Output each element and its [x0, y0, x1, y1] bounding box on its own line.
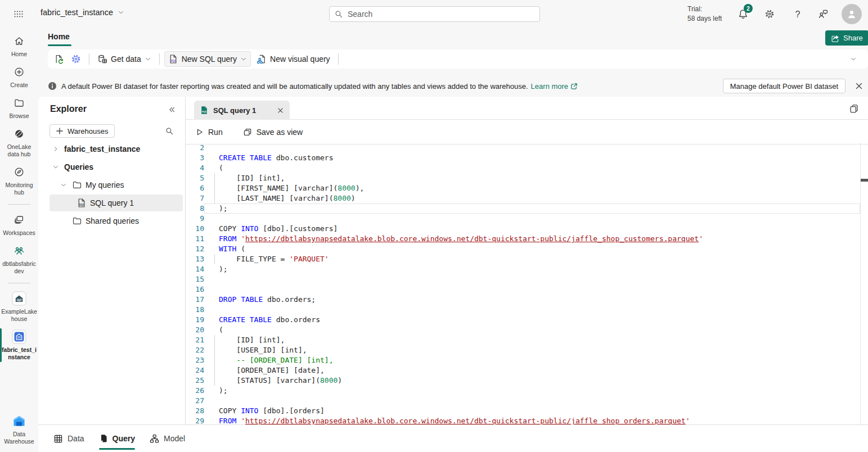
code-line-26[interactable]: 26); [186, 386, 868, 396]
get-data-button[interactable]: Get data [94, 52, 155, 66]
tree-item-shared-queries[interactable]: Shared queries [50, 213, 183, 229]
tree-item-my-queries[interactable]: My queries [50, 177, 183, 193]
tree-item-sql-query-1[interactable]: SQLSQL query 1 [50, 195, 183, 211]
rail-item-fabric-test-instance[interactable]: fabric_test_instance [0, 329, 38, 361]
settings-icon[interactable] [764, 8, 775, 20]
global-search [329, 6, 540, 22]
rail-item-workspaces[interactable]: Workspaces [0, 213, 38, 237]
code-line-18[interactable]: 18 [186, 305, 868, 315]
new-visual-query-button[interactable]: New visual query [253, 52, 334, 66]
warehouse-tile-icon [12, 329, 26, 344]
chevron-down-icon [118, 9, 124, 16]
add-warehouses-button[interactable]: Warehouses [50, 124, 115, 138]
view-tab-data[interactable]: Data [53, 425, 84, 452]
code-line-16[interactable]: 16 [186, 284, 868, 295]
code-line-text [204, 214, 860, 224]
code-line-15[interactable]: 15 [186, 274, 868, 284]
code-line-text: COPY INTO [dbo].[customers] [204, 224, 860, 234]
ribbon-tab-home[interactable]: Home [48, 32, 70, 41]
code-line-17[interactable]: 17DROP TABLE dbo.orders; [186, 295, 868, 305]
ribbon-toolbar: Get data SQL New SQL query New visual qu… [48, 49, 868, 69]
code-line-21[interactable]: 21 [ID] [int], [186, 335, 868, 345]
code-editor[interactable]: 23CREATE TABLE dbo.customers4(5 [ID] [in… [186, 143, 868, 424]
collapse-panel-icon[interactable] [167, 105, 176, 114]
collapse-ribbon-icon[interactable] [849, 55, 858, 64]
query-tab[interactable]: SQL SQL query 1 [194, 101, 290, 120]
chevron-down-icon[interactable] [59, 180, 69, 190]
settings-button[interactable] [68, 52, 84, 66]
code-line-8[interactable]: 8); [186, 204, 868, 214]
code-line-5[interactable]: 5 [ID] [int], [186, 173, 868, 183]
code-line-12[interactable]: 12WITH ( [186, 244, 868, 254]
new-sql-query-button[interactable]: SQL New SQL query [164, 51, 251, 67]
code-line-2[interactable]: 2 [186, 143, 868, 153]
learn-more-link[interactable]: Learn more [531, 82, 568, 91]
code-line-24[interactable]: 24 [ORDER_DATE] [date], [186, 365, 868, 376]
avatar[interactable] [842, 4, 862, 24]
line-number: 15 [186, 274, 204, 284]
feedback-icon[interactable] [817, 8, 829, 20]
code-line-13[interactable]: 13 FILE_TYPE = 'PARQUET' [186, 254, 868, 264]
help-icon[interactable]: ? [792, 8, 803, 20]
rail-item-onelake-data-hub[interactable]: OneLake data hub [0, 126, 38, 158]
rail-item-label: Browse [1, 112, 37, 120]
code-line-29[interactable]: 29FROM 'https://dbtlabsynapsedatalake.bl… [186, 416, 868, 424]
save-as-view-button[interactable]: Save as view [243, 128, 303, 137]
refresh-button[interactable] [51, 52, 68, 66]
code-line-22[interactable]: 22 [USER_ID] [int], [186, 345, 868, 355]
code-line-text: [STATUS] [varchar](8000) [204, 376, 860, 386]
banner-close-icon[interactable] [854, 82, 863, 91]
code-line-27[interactable]: 27 [186, 396, 868, 406]
editor-tab-bar: SQL SQL query 1 [186, 97, 868, 120]
run-label: Run [208, 128, 223, 137]
tree-item-label: fabric_test_instance [64, 144, 140, 153]
rail-item-examplelakehouse[interactable]: ExampleLakehouse [0, 291, 38, 323]
share-button[interactable]: Share [825, 30, 868, 46]
code-line-23[interactable]: 23 -- [ORDER_DATE] [int], [186, 355, 868, 365]
code-line-6[interactable]: 6 [FIRST_NAME] [varchar](8000), [186, 183, 868, 193]
view-tab-query[interactable]: Query [99, 425, 135, 452]
app-launcher-icon[interactable] [14, 9, 24, 19]
code-line-7[interactable]: 7 [LAST_NAME] [varchar](8000) [186, 193, 868, 204]
rail-item-data-warehouse[interactable]: Data Warehouse [0, 414, 38, 445]
tree-item-queries[interactable]: Queries [50, 159, 183, 175]
rail-item-monitoring-hub[interactable]: Monitoring hub [0, 165, 38, 196]
people-icon [12, 243, 26, 258]
explorer-search-icon[interactable] [165, 126, 174, 135]
run-button[interactable]: Run [196, 128, 223, 137]
code-line-text: FROM 'https://dbtlabsynapsedatalake.blob… [204, 416, 860, 424]
banner-message: A default Power BI dataset for faster re… [61, 82, 528, 91]
code-line-text: ( [204, 325, 860, 335]
manage-dataset-button[interactable]: Manage default Power BI dataset [723, 79, 845, 93]
tree-item-fabric-test-instance[interactable]: fabric_test_instance [50, 141, 183, 157]
code-line-10[interactable]: 10COPY INTO [dbo].[customers] [186, 224, 868, 234]
code-line-9[interactable]: 9 [186, 214, 868, 224]
tree-item-label: My queries [86, 180, 124, 189]
code-line-19[interactable]: 19CREATE TABLE dbo.orders [186, 315, 868, 325]
code-line-text [204, 305, 860, 315]
code-line-text [204, 143, 860, 153]
rail-item-home[interactable]: Home [0, 34, 38, 58]
chevron-right-icon[interactable] [51, 144, 61, 154]
code-line-text: [FIRST_NAME] [varchar](8000), [204, 183, 860, 193]
editor-scrollbar[interactable] [860, 143, 868, 424]
rail-item-dbtlabsfabricdev[interactable]: dbtlabsfabricdev [0, 243, 38, 275]
search-input[interactable] [348, 10, 535, 19]
line-number: 3 [186, 153, 204, 163]
chevron-down-icon[interactable] [51, 162, 61, 172]
close-tab-icon[interactable] [277, 107, 284, 114]
code-line-28[interactable]: 28COPY INTO [dbo].[orders] [186, 406, 868, 416]
code-line-11[interactable]: 11FROM 'https://dbtlabsynapsedatalake.bl… [186, 234, 868, 244]
indent-guide [214, 193, 215, 204]
code-line-20[interactable]: 20( [186, 325, 868, 335]
rail-item-browse[interactable]: Browse [0, 96, 38, 120]
code-line-3[interactable]: 3CREATE TABLE dbo.customers [186, 153, 868, 163]
code-line-14[interactable]: 14); [186, 264, 868, 274]
code-line-4[interactable]: 4( [186, 163, 868, 173]
rail-item-create[interactable]: Create [0, 65, 38, 89]
code-line-25[interactable]: 25 [STATUS] [varchar](8000) [186, 376, 868, 386]
query-toolbar: Run Save as view [186, 120, 868, 144]
view-tab-model[interactable]: Model [150, 425, 185, 452]
copy-icon[interactable] [849, 103, 859, 114]
workspace-switcher[interactable]: fabric_test_instance [41, 8, 124, 17]
